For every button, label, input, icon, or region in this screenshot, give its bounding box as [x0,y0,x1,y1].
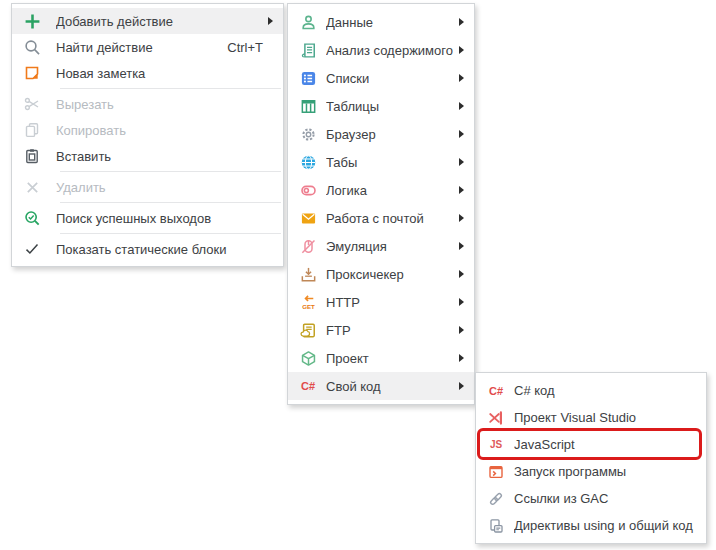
submenu-arrow-icon [459,74,464,82]
inbox-icon [298,265,318,283]
table-icon [298,97,318,115]
menu-item-visual-studio-project[interactable]: Проект Visual Studio [476,404,706,431]
submenu-arrow-icon [459,214,464,222]
menu-item-label: Проксичекер [326,267,453,282]
code-submenu: C# C# код Проект Visual Studio JS JavaSc… [475,372,707,544]
submenu-arrow-icon [459,242,464,250]
menu-item-label: FTP [326,323,453,338]
scissors-icon [22,95,42,113]
menu-separator [60,233,281,234]
menu-item-tabs[interactable]: Табы [288,148,474,176]
link-icon [486,490,506,508]
menu-item-http[interactable]: GET HTTP [288,288,474,316]
menu-item-copy: Копировать [12,117,283,143]
menu-item-label: Таблицы [326,99,453,114]
menu-item-label: Табы [326,155,453,170]
menu-item-javascript[interactable]: JS JavaScript [476,431,706,458]
submenu-arrow-icon [459,102,464,110]
submenu-arrow-icon [459,382,464,390]
menu-separator [60,88,281,89]
search-success-icon [22,209,42,227]
plus-icon [22,12,42,30]
list-icon [298,69,318,87]
csharp-icon: C# [486,382,506,400]
menu-item-label: Вставить [56,149,275,164]
submenu-arrow-icon [268,17,273,25]
submenu-arrow-icon [459,298,464,306]
menu-item-label: Найти действие [56,40,227,55]
menu-item-label: Ссылки из GAC [514,491,698,506]
submenu-arrow-icon [459,158,464,166]
menu-item-custom-code[interactable]: C# Свой код [288,372,474,400]
ftp-icon [298,321,318,339]
menu-item-lists[interactable]: Списки [288,64,474,92]
menu-item-tables[interactable]: Таблицы [288,92,474,120]
paste-icon [22,147,42,165]
mail-icon [298,209,318,227]
check-icon [22,240,42,258]
submenu-arrow-icon [459,354,464,362]
menu-item-label: Добавить действие [56,14,262,29]
menu-item-paste[interactable]: Вставить [12,143,283,169]
menu-item-csharp-code[interactable]: C# C# код [476,377,706,404]
menu-item-show-static-blocks[interactable]: Показать статические блоки [12,236,283,262]
menu-item-gac-references[interactable]: Ссылки из GAC [476,485,706,512]
globe-icon [298,153,318,171]
menu-item-label: Удалить [56,180,275,195]
menu-item-add-action[interactable]: Добавить действие [12,8,283,34]
menu-item-browser[interactable]: Браузер [288,120,474,148]
menu-item-using-directives[interactable]: Директивы using и общий код [476,512,706,539]
context-menu: Добавить действие Найти действие Ctrl+T … [11,3,284,267]
menu-item-logic[interactable]: Логика [288,176,474,204]
menu-item-label: Новая заметка [56,66,275,81]
csharp-icon: C# [298,377,318,395]
mouse-icon [298,237,318,255]
menu-item-project[interactable]: Проект [288,344,474,372]
menu-item-label: Списки [326,71,453,86]
menu-item-run-program[interactable]: Запуск программы [476,458,706,485]
menu-item-content-analysis[interactable]: Анализ содержимого [288,36,474,64]
menu-item-label: Браузер [326,127,453,142]
toggle-icon [298,181,318,199]
menu-item-label: Запуск программы [514,464,698,479]
menu-item-label: JavaScript [514,437,698,452]
http-get-icon: GET [298,293,318,311]
menu-item-proxychecker[interactable]: Проксичекер [288,260,474,288]
menu-item-mail[interactable]: Работа с почтой [288,204,474,232]
menu-item-new-note[interactable]: Новая заметка [12,60,283,86]
menu-item-label: Вырезать [56,97,275,112]
menu-item-label: Работа с почтой [326,211,453,226]
menu-item-emulation[interactable]: Эмуляция [288,232,474,260]
gear-icon [298,125,318,143]
menu-item-label: Показать статические блоки [56,242,275,257]
menu-item-label: Поиск успешных выходов [56,211,275,226]
cube-icon [298,349,318,367]
js-icon: JS [486,436,506,454]
menu-separator [60,202,281,203]
submenu-arrow-icon [459,326,464,334]
actions-submenu: Данные Анализ содержимого Списки Таблицы… [287,3,475,405]
svg-text:GET: GET [302,302,315,309]
content-analysis-icon [298,41,318,59]
menu-item-label: Логика [326,183,453,198]
submenu-arrow-icon [459,18,464,26]
shortcut-label: Ctrl+T [227,40,263,55]
menu-item-label: Директивы using и общий код [514,518,698,533]
menu-item-search-success-exits[interactable]: Поиск успешных выходов [12,205,283,231]
menu-item-ftp[interactable]: FTP [288,316,474,344]
menu-item-delete: Удалить [12,174,283,200]
menu-item-label: Проект [326,351,453,366]
copy-icon [22,121,42,139]
submenu-arrow-icon [459,130,464,138]
delete-icon [22,178,42,196]
user-icon [298,13,318,31]
menu-item-label: Эмуляция [326,239,453,254]
note-icon [22,64,42,82]
menu-item-cut: Вырезать [12,91,283,117]
visual-studio-icon [486,409,506,427]
menu-item-data[interactable]: Данные [288,8,474,36]
submenu-arrow-icon [459,270,464,278]
menu-item-label: Данные [326,15,453,30]
menu-separator [60,171,281,172]
menu-item-find-action[interactable]: Найти действие Ctrl+T [12,34,283,60]
